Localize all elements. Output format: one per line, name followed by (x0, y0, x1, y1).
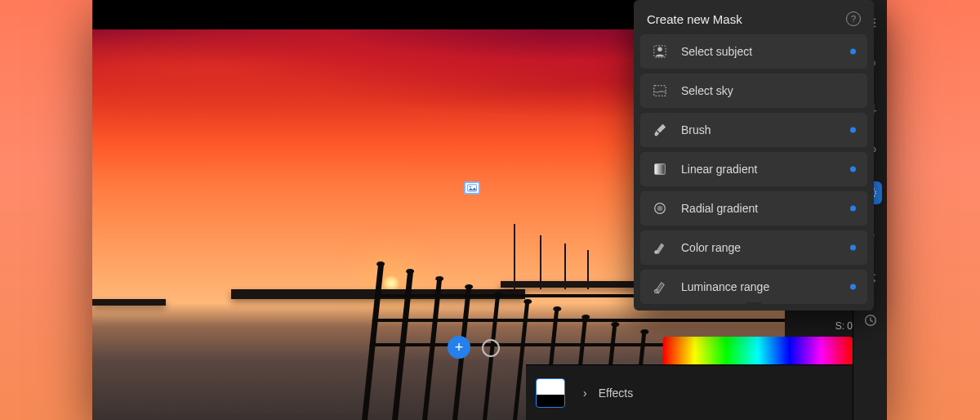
svg-rect-18 (655, 164, 666, 175)
chevron-right-icon[interactable]: › (583, 386, 587, 400)
sky-icon (652, 83, 668, 99)
saturation-label: S: 0 (835, 320, 853, 332)
mask-option-brush[interactable]: Brush (640, 113, 867, 147)
mask-option-label: Luminance range (681, 280, 769, 293)
mask-strip: + › Effects (526, 364, 853, 420)
mask-option-label: Radial gradient (681, 202, 758, 215)
mask-overlay-toggle[interactable] (482, 339, 500, 357)
new-feature-dot-icon (850, 167, 856, 172)
hue-picker[interactable] (663, 337, 853, 366)
mask-option-radial-gradient[interactable]: Radial gradient (640, 191, 867, 226)
mask-option-label: Select subject (681, 45, 752, 58)
svg-point-22 (654, 250, 658, 254)
mask-option-label: Linear gradient (681, 163, 757, 176)
mask-option-linear-gradient[interactable]: Linear gradient (640, 152, 867, 186)
effects-section-label[interactable]: Effects (599, 386, 634, 400)
svg-rect-17 (654, 86, 666, 96)
versions-icon[interactable] (859, 309, 882, 332)
luminance-range-icon (652, 279, 668, 295)
mask-option-luminance-range[interactable]: Luminance range (640, 270, 867, 304)
app-window: /* posts drawn below via JS */ (92, 0, 887, 420)
svg-point-21 (657, 206, 662, 210)
new-feature-dot-icon (850, 245, 856, 251)
mask-option-color-range[interactable]: Color range (640, 230, 867, 265)
color-range-icon (652, 239, 668, 256)
mask-option-label: Color range (681, 241, 741, 254)
new-feature-dot-icon (850, 49, 856, 55)
svg-point-15 (657, 47, 662, 51)
help-icon[interactable]: ? (846, 11, 861, 26)
popover-title: Create new Mask (647, 12, 742, 26)
radial-gradient-icon (652, 200, 668, 217)
mask-option-subject[interactable]: Select subject (640, 34, 867, 69)
linear-gradient-icon (652, 161, 668, 177)
new-feature-dot-icon (850, 127, 856, 133)
mask-option-label: Select sky (681, 84, 733, 97)
new-feature-dot-icon (850, 284, 856, 290)
mask-option-label: Brush (681, 123, 711, 136)
svg-point-1 (470, 186, 471, 188)
mask-thumbnail[interactable] (536, 378, 565, 408)
subject-icon (652, 43, 668, 60)
add-mask-button[interactable]: + (448, 336, 470, 359)
mask-option-sky[interactable]: Select sky (640, 74, 867, 108)
new-feature-dot-icon (850, 206, 856, 212)
create-mask-popover: Create new Mask ? Select subjectSelect s… (634, 0, 874, 311)
brush-icon (652, 122, 668, 138)
mask-pin-icon[interactable] (464, 181, 480, 194)
